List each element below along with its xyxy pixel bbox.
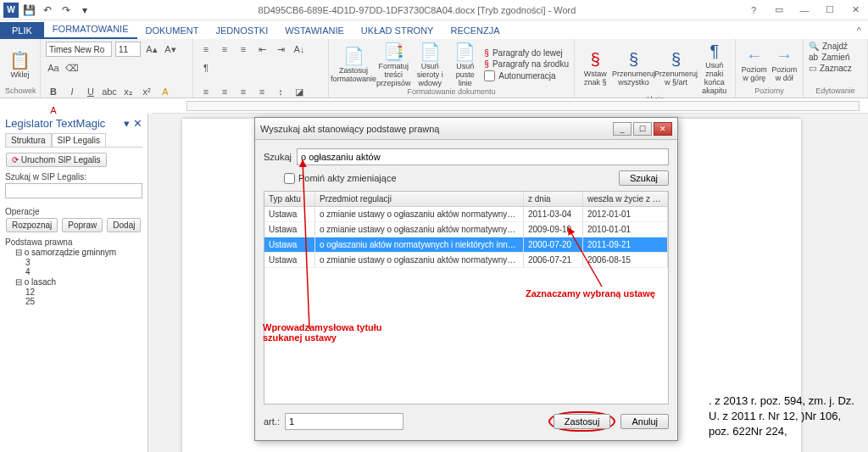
autonumber-checkbox[interactable] <box>484 70 495 81</box>
skip-checkbox[interactable] <box>284 173 295 184</box>
strike-icon[interactable]: abc <box>102 84 117 99</box>
apply-button[interactable]: Zastosuj <box>554 414 611 429</box>
op-popraw[interactable]: Popraw <box>62 218 103 232</box>
multilevel-icon[interactable]: ≡ <box>236 42 251 57</box>
table-row[interactable]: Ustawa o zmianie ustawy o ogłaszaniu akt… <box>264 207 668 222</box>
remove-empty-button[interactable]: 📄Usuń puste linie <box>449 42 481 87</box>
tab-dokument[interactable]: DOKUMENT <box>137 22 208 39</box>
apply-format-button[interactable]: 📄Zastosuj formatowanie <box>334 46 373 83</box>
size-combo[interactable]: 11 <box>115 42 141 57</box>
save-icon[interactable]: 💾 <box>20 2 37 19</box>
collapse-ribbon-icon[interactable]: ^ <box>850 22 868 39</box>
insert-paragraph-button[interactable]: §Wstaw znak § <box>580 50 611 86</box>
align-left-icon[interactable]: ≡ <box>198 84 214 99</box>
search-button[interactable]: Szukaj <box>619 170 669 186</box>
outdent-icon[interactable]: ⇤ <box>254 42 270 57</box>
tab-wstawianie[interactable]: WSTAWIANIE <box>276 22 353 39</box>
tree-node[interactable]: ⊟ o samorządzie gminnym <box>5 247 142 258</box>
replace-button[interactable]: abZamień <box>809 53 849 62</box>
renumber-all-icon: § <box>629 50 638 70</box>
renumber-in-button[interactable]: §Przenumeruj w §/art <box>657 50 696 86</box>
underline-icon[interactable]: U <box>83 84 98 99</box>
change-case-icon[interactable]: Aa <box>46 60 61 75</box>
subscript-icon[interactable]: x₂ <box>120 84 136 99</box>
tab-recenzja[interactable]: RECENZJA <box>442 22 508 39</box>
clear-format-icon[interactable]: ⌫ <box>64 60 80 75</box>
dialog-close-icon[interactable]: ✕ <box>654 122 672 136</box>
numbering-icon[interactable]: ≡ <box>217 42 232 57</box>
grow-font-icon[interactable]: A▴ <box>144 42 159 57</box>
col-subject[interactable]: Przedmiot regulacji <box>315 192 524 206</box>
remove-orphans-button[interactable]: 📄Usuń sieroty i wdowy <box>415 42 446 87</box>
table-row[interactable]: Ustawa o zmianie ustawy o ogłaszaniu akt… <box>264 222 668 237</box>
maximize-icon[interactable]: ☐ <box>817 0 843 20</box>
close-icon[interactable]: ✕ <box>843 0 868 20</box>
dialog-maximize-icon[interactable]: ☐ <box>633 122 652 136</box>
tab-formatowanie[interactable]: FORMATOWANIE <box>44 20 137 39</box>
level-up-button[interactable]: ←Poziom w górę <box>741 46 768 82</box>
align-right-icon[interactable]: ≡ <box>236 84 251 99</box>
autonumber[interactable]: Autonumeracja <box>484 70 569 81</box>
bold-icon[interactable]: B <box>46 84 61 99</box>
pilcrow-remove-icon: ¶ <box>709 42 719 61</box>
op-dodaj[interactable]: Dodaj <box>107 218 141 232</box>
search-field-label: Szukaj <box>264 152 292 162</box>
op-rozpoznaj[interactable]: Rozpoznaj <box>6 218 58 232</box>
format-content-button[interactable]: 📑Formatuj treści przepisów <box>376 42 411 87</box>
tree-leaf[interactable]: 3 <box>5 258 142 267</box>
tab-plik[interactable]: PLIK <box>0 22 44 39</box>
ribbon-options-icon[interactable]: ▭ <box>766 0 792 20</box>
shading-icon[interactable]: ◪ <box>292 84 307 99</box>
cancel-button[interactable]: Anuluj <box>620 414 669 429</box>
annotation-2: Zaznaczamy wybraną ustawę <box>526 288 655 299</box>
search-input[interactable] <box>5 183 142 198</box>
pilcrow-icon[interactable]: ¶ <box>198 60 214 75</box>
para-center[interactable]: §Paragrafy na środku <box>484 59 569 69</box>
undo-icon[interactable]: ↶ <box>39 2 56 19</box>
tree-leaf[interactable]: 25 <box>5 297 142 306</box>
tree-node[interactable]: ⊟ o lasach <box>5 276 142 287</box>
art-input[interactable] <box>285 413 403 430</box>
select-button[interactable]: ▭Zaznacz <box>809 64 852 73</box>
qat-more-icon[interactable]: ▾ <box>76 2 93 19</box>
col-date[interactable]: z dnia <box>524 192 583 206</box>
table-row-selected[interactable]: Ustawa o ogłaszaniu aktów normatywnych i… <box>264 237 668 253</box>
minimize-icon[interactable]: — <box>792 0 817 20</box>
tab-struktura[interactable]: Struktura <box>5 133 52 147</box>
indent-icon[interactable]: ⇥ <box>273 42 288 57</box>
align-center-icon[interactable]: ≡ <box>217 84 232 99</box>
sidepane-close-icon[interactable]: ▾ ✕ <box>124 117 142 130</box>
redo-icon[interactable]: ↷ <box>58 2 75 19</box>
run-sip-button[interactable]: ⟳ Uruchom SIP Legalis <box>6 153 107 167</box>
font-combo[interactable]: Times New Ro <box>46 42 112 57</box>
superscript-icon[interactable]: x² <box>139 84 154 99</box>
tab-jednostki[interactable]: JEDNOSTKI <box>207 22 276 39</box>
tree-leaf[interactable]: 12 <box>5 287 142 297</box>
level-down-button[interactable]: →Poziom w dół <box>771 46 798 82</box>
group-poziomy: Poziomy <box>741 86 798 95</box>
help-icon[interactable]: ? <box>741 0 766 20</box>
renumber-in-icon: § <box>671 50 681 70</box>
search-field[interactable] <box>297 148 669 165</box>
bullets-icon[interactable]: ≡ <box>198 42 214 57</box>
line-spacing-icon[interactable]: ↕ <box>273 84 288 99</box>
paste-button[interactable]: 📋 Wklej <box>5 50 35 79</box>
col-type[interactable]: Typ aktu <box>264 192 315 206</box>
italic-icon[interactable]: I <box>64 84 80 99</box>
tree-leaf[interactable]: 4 <box>5 267 142 276</box>
search-act-dialog: Wyszukaj akt stanowiący podstawę prawną … <box>254 117 678 441</box>
tab-uklad[interactable]: UKŁAD STRONY <box>353 22 442 39</box>
renumber-all-button[interactable]: §Przenumeruj wszystko <box>615 50 654 86</box>
shrink-font-icon[interactable]: A▾ <box>163 42 178 57</box>
para-left[interactable]: §Paragrafy do lewej <box>484 48 569 58</box>
justify-icon[interactable]: ≡ <box>254 84 270 99</box>
basis-tree: ⊟ o samorządzie gminnym 3 4 ⊟ o lasach 1… <box>5 247 142 306</box>
dialog-minimize-icon[interactable]: _ <box>613 122 632 136</box>
table-row[interactable]: Ustawa o zmianie ustawy o ogłaszaniu akt… <box>264 253 668 268</box>
highlight-icon[interactable]: A <box>158 84 173 99</box>
find-button[interactable]: 🔍Znajdź <box>809 42 848 51</box>
col-effective[interactable]: weszła w życie z dniem <box>583 192 668 206</box>
remove-marks-button[interactable]: ¶Usuń znaki końca akapitu <box>699 42 731 95</box>
sort-icon[interactable]: A↓ <box>292 42 307 57</box>
tab-sip-legalis[interactable]: SIP Legalis <box>52 133 106 147</box>
